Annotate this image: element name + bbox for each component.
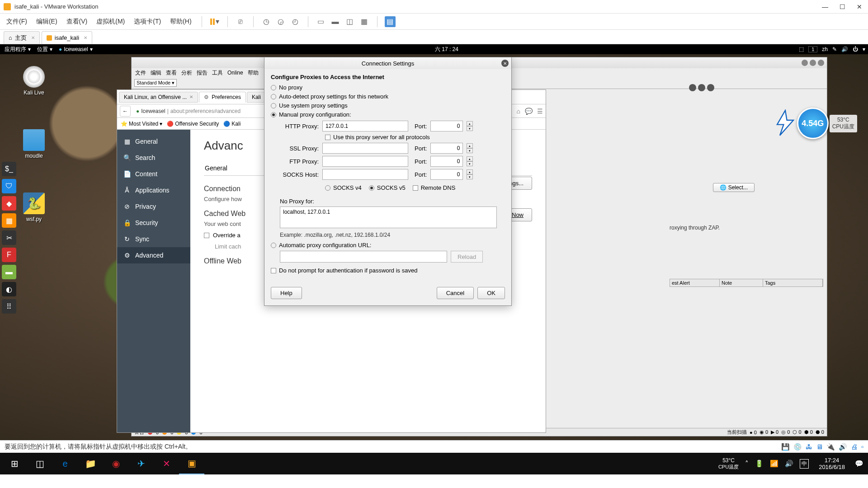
zap-close-icon[interactable] — [818, 60, 824, 66]
tray-chevron-up-icon[interactable]: ˄ — [745, 460, 749, 468]
start-button[interactable]: ⊞ — [2, 453, 27, 474]
tab-kali2[interactable]: Kali — [247, 92, 265, 103]
device-network-icon[interactable]: 🖧 — [806, 443, 812, 450]
sidebar-item-general[interactable]: ▦General — [117, 133, 190, 150]
dock-app-icon[interactable]: ▬ — [2, 265, 16, 279]
dock-grid-icon[interactable]: ⠿ — [2, 299, 16, 314]
dropdown-icon[interactable]: ▾ — [863, 46, 865, 52]
network-icon[interactable]: ⬚ — [799, 46, 804, 52]
menu-hamburger-icon[interactable]: ☰ — [537, 108, 543, 115]
dock-app-icon[interactable]: ◆ — [2, 196, 16, 211]
http-port-input[interactable] — [430, 121, 463, 131]
close-button[interactable]: ✕ — [856, 4, 863, 10]
sidebar-item-applications[interactable]: ÅApplications — [117, 182, 190, 198]
power-icon[interactable]: ⏻ — [853, 46, 858, 52]
radio-socks4[interactable] — [325, 185, 330, 191]
dock-app-icon[interactable]: ◐ — [2, 282, 16, 296]
taskbar-netease[interactable]: ◉ — [103, 453, 128, 474]
tab-vm[interactable]: isafe_kali ✕ — [42, 31, 92, 44]
inner-close-icon[interactable] — [707, 84, 714, 91]
tab-kali-linux[interactable]: Kali Linux, an Offensive ...✕ — [119, 92, 198, 103]
port-spinner[interactable]: ▴▾ — [467, 121, 473, 131]
tab-close-icon[interactable]: ✕ — [189, 94, 193, 99]
no-proxy-for-textarea[interactable] — [280, 206, 497, 228]
tab-close-icon[interactable]: ✕ — [31, 35, 35, 40]
zap-menu-help[interactable]: 帮助 — [248, 69, 259, 77]
ssl-proxy-input[interactable] — [322, 143, 408, 154]
taskbar-explorer[interactable]: 📁 — [78, 453, 103, 474]
panel-places[interactable]: 位置 ▾ — [35, 46, 54, 53]
radio-auto-detect[interactable] — [271, 94, 276, 99]
ok-button[interactable]: OK — [477, 287, 505, 299]
device-more-icon[interactable]: ▫ — [861, 443, 863, 450]
zap-minimize-icon[interactable] — [802, 60, 808, 66]
menu-help[interactable]: 帮助(H) — [167, 16, 194, 28]
console-icon[interactable]: ▦ — [359, 16, 370, 27]
fullscreen-icon[interactable]: ▭ — [316, 16, 326, 27]
dialog-close-button[interactable]: ✕ — [501, 60, 509, 67]
volume-icon[interactable]: 🔊 — [841, 46, 848, 52]
radio-system-proxy[interactable] — [271, 103, 276, 108]
tray-notifications-icon[interactable]: 💬 — [855, 460, 863, 468]
zap-menu-report[interactable]: 报告 — [197, 69, 208, 77]
vm-viewport[interactable]: 应用程序 ▾ 位置 ▾ ● Iceweasel ▾ 六 17 : 24 ⬚ 1 … — [0, 44, 868, 440]
ssl-port-input[interactable] — [430, 143, 463, 154]
dialog-titlebar[interactable]: Connection Settings ✕ — [264, 57, 511, 69]
ftp-port-input[interactable] — [430, 156, 463, 167]
zap-menu-file[interactable]: 文件 — [135, 69, 146, 77]
tray-volume-icon[interactable]: 🔊 — [785, 460, 793, 468]
ftp-proxy-input[interactable] — [322, 156, 408, 167]
zap-th-tags[interactable]: Tags — [763, 279, 823, 286]
tray-ime[interactable]: 中 — [800, 459, 809, 469]
workspace-indicator[interactable]: 1 — [808, 46, 817, 52]
device-printer-icon[interactable]: 🖨 — [851, 443, 858, 450]
sidebar-item-privacy[interactable]: ⊘Privacy — [117, 198, 190, 215]
zap-menu-analyse[interactable]: 分析 — [181, 69, 192, 77]
taskbar-app[interactable]: ✕ — [154, 453, 179, 474]
sidebar-item-advanced[interactable]: ⚙Advanced — [117, 247, 190, 263]
zap-select-button[interactable]: 🌐 Select... — [713, 183, 755, 192]
minimize-button[interactable]: — — [822, 4, 828, 10]
radio-manual-proxy[interactable] — [271, 112, 276, 117]
dock-shield-icon[interactable]: 🛡 — [2, 179, 16, 193]
menu-file[interactable]: 文件(F) — [4, 16, 30, 28]
port-spinner[interactable]: ▴▾ — [467, 143, 473, 153]
zap-menu-online[interactable]: Online — [227, 70, 243, 76]
task-view-button[interactable]: ◫ — [27, 453, 52, 474]
zap-maximize-icon[interactable] — [810, 60, 816, 66]
subtab-general[interactable]: General — [204, 162, 228, 175]
port-spinner[interactable]: ▴▾ — [467, 169, 473, 179]
taskbar-bird[interactable]: ✈ — [128, 453, 154, 474]
sidebar-item-search[interactable]: 🔍Search — [117, 150, 190, 166]
menu-vm[interactable]: 虚拟机(M) — [94, 16, 127, 28]
no-prompt-auth-checkbox[interactable] — [271, 268, 276, 273]
inner-minimize-icon[interactable] — [689, 84, 696, 91]
tab-preferences[interactable]: ⚙Preferences — [199, 92, 246, 103]
maximize-button[interactable]: ☐ — [839, 4, 845, 10]
panel-lang[interactable]: zh — [822, 46, 828, 52]
library-icon[interactable]: ▤ — [385, 16, 396, 27]
device-disk-icon[interactable]: 💾 — [781, 443, 790, 451]
back-button[interactable]: ← — [120, 106, 131, 117]
dock-app-icon[interactable]: ▦ — [2, 213, 16, 228]
dock-terminal-icon[interactable]: $_ — [2, 162, 16, 176]
send-ctrl-alt-del-icon[interactable]: ⎚ — [235, 16, 246, 27]
panel-active-app[interactable]: ● Iceweasel ▾ — [57, 46, 94, 52]
sidebar-item-content[interactable]: 📄Content — [117, 166, 190, 182]
unity-icon[interactable]: ▬ — [330, 16, 341, 27]
pause-vm-button[interactable]: ▾ — [209, 16, 220, 27]
http-proxy-input[interactable] — [322, 121, 408, 131]
dock-app-icon[interactable]: ✂ — [2, 230, 16, 245]
socks-host-input[interactable] — [322, 169, 408, 180]
zap-th-note[interactable]: Note — [720, 279, 763, 286]
snapshot-icon[interactable]: ◷ — [261, 16, 272, 27]
override-checkbox[interactable] — [204, 233, 209, 238]
taskbar-edge[interactable]: e — [52, 453, 78, 474]
zap-th-alert[interactable]: est Alert — [670, 279, 720, 286]
sidebar-item-sync[interactable]: ↻Sync — [117, 231, 190, 247]
stretch-icon[interactable]: ◫ — [344, 16, 355, 27]
bookmark-offensive[interactable]: 🔴Offensive Security — [167, 121, 219, 127]
tab-home[interactable]: ⌂ 主页 ✕ — [4, 31, 40, 44]
desktop-icon-wsf[interactable]: 🐍 wsf.py — [18, 192, 50, 222]
auto-config-url-input[interactable] — [280, 251, 447, 263]
